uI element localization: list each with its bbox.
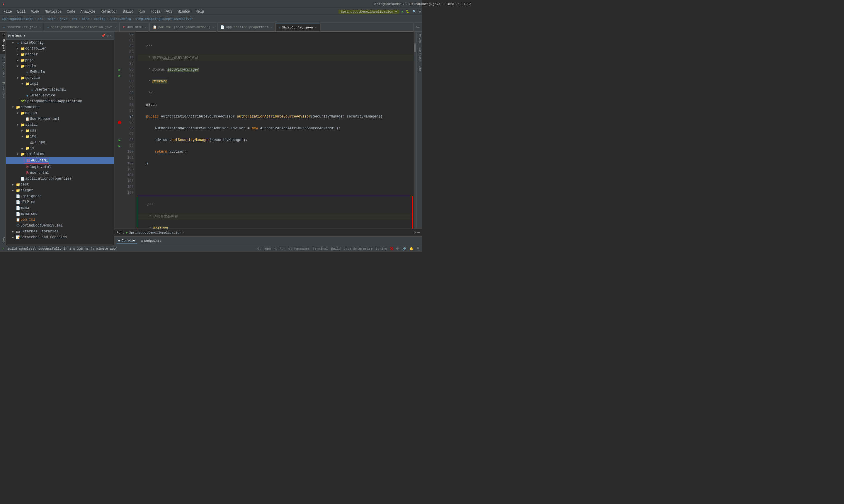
menu-run[interactable]: Run [136,9,147,14]
menu-edit[interactable]: Edit [15,9,28,14]
status-build[interactable]: Build [331,247,341,251]
tab-shiroconfig[interactable]: ☕ ShiroConfig.java ✕ [276,23,320,31]
status-todo[interactable]: 6: TODO [257,247,271,251]
tab-close-appprops[interactable]: ✕ [271,25,272,29]
menu-build[interactable]: Build [121,9,136,14]
status-messages[interactable]: 0: Messages [288,247,310,251]
tabs-overflow-button[interactable]: ≫ [413,23,422,31]
tab-close-shiroconfig[interactable]: ✕ [315,26,317,29]
breakpoint-95[interactable] [118,121,121,124]
tab-pomxml[interactable]: 📋 pom.xml (springboot-demo13) ✕ [150,23,217,31]
bottom-tab-console[interactable]: ⊞ Console [116,238,137,244]
menu-refactor[interactable]: Refactor [98,9,120,14]
run-pin-icon[interactable]: — [418,231,420,235]
side-tab-maven[interactable]: Maven [416,32,422,45]
tree-item-scratches[interactable]: ▶ 📝 Scratches and Consoles [6,234,114,240]
toolbar-run-icon[interactable]: ▶ [402,10,404,14]
tree-item-pojo[interactable]: ▶ 📁 pojo [6,57,114,63]
run-settings-icon[interactable]: ⚙ [414,230,416,235]
tree-item-userhtml[interactable]: 🖹 user.html [6,170,114,176]
side-tab-web[interactable]: Web [0,235,5,245]
breadcrumb-part-6[interactable]: biao [82,17,89,21]
menu-code[interactable]: Code [65,9,78,14]
tree-item-usermapperxml[interactable]: 📋 UserMapper.xml [6,116,114,122]
tree-item-static[interactable]: ▼ 📁 static [6,122,114,128]
tree-item-1jpg[interactable]: 🖼 1.jpg [6,140,114,145]
tree-item-extlibs[interactable]: ▶ 🗃 External Libraries [6,229,114,234]
menu-view[interactable]: View [29,9,42,14]
tree-item-controller[interactable]: ▶ 📁 controller [6,46,114,52]
mic-icon[interactable]: 🎙 [416,247,420,251]
tree-item-gitignore[interactable]: 📄 .gitignore [6,193,114,199]
tree-item-img[interactable]: ▼ 📁 img [6,133,114,140]
tree-item-res-mapper[interactable]: ▼ 📁 mapper [6,110,114,116]
status-java-enterprise[interactable]: Java Enterprise [344,247,373,251]
tree-item-pomxml-root[interactable]: 📋 pom.xml [6,217,114,223]
status-terminal[interactable]: Terminal [313,247,328,251]
sidebar-gear-icon[interactable]: ⚙ [107,34,109,37]
toolbar-settings-icon[interactable]: ⚙ [419,10,421,14]
tree-item-iuserservice[interactable]: ◈ IUserService [6,93,114,98]
side-tab-project[interactable]: 1: Project [0,32,5,54]
status-spring[interactable]: Spring [376,247,388,251]
side-tab-structure[interactable]: 2: Structure [0,54,5,80]
menu-help[interactable]: Help [193,9,206,14]
tree-item-css[interactable]: ▶ 📁 css [6,128,114,133]
menu-analyze[interactable]: Analyze [78,9,97,14]
tab-appprops[interactable]: 📄 application.properties ✕ [217,23,275,31]
tab-403html[interactable]: 🖹 403.html ✕ [120,23,150,31]
tree-item-appprops[interactable]: 📄 application.properties [6,176,114,182]
run-close-btn[interactable]: ✕ [183,231,185,234]
tree-item-test[interactable]: ▶ 📁 test [6,182,114,187]
editor-scrollbar[interactable] [414,32,416,229]
run-app-name[interactable]: SpringbootDemo13Application [129,231,181,234]
tab-close-pomxml[interactable]: ✕ [213,25,214,29]
tab-rcontroller[interactable]: ☕ rController.java ✕ [0,23,44,31]
code-text-area[interactable]: /** * 开启对shiro授权注解的支持 * @param securityM… [136,32,414,229]
toolbar-search-icon[interactable]: 🔍 [412,10,416,14]
sidebar-close-icon[interactable]: ✕ [110,34,112,37]
bottom-tab-endpoints[interactable]: ⧈ Endpoints [139,238,163,243]
tab-springbootapp[interactable]: ☕ SpringbootDemo13Application.java ✕ [44,23,120,31]
toolbar-debug-icon[interactable]: 🐛 [406,10,410,14]
menu-navigate[interactable]: Navigate [42,9,64,14]
tab-close-springbootapp[interactable]: ✕ [114,25,116,29]
tree-item-springbootdemo13iml[interactable]: ⬡ SpringBootDemo13.iml [6,223,114,229]
menu-window[interactable]: Window [175,9,193,14]
tree-item-mapper[interactable]: ▶ 📁 mapper [6,52,114,57]
tab-close-403html[interactable]: ✕ [145,25,146,29]
breadcrumb-part-3[interactable]: main [48,17,55,21]
breadcrumb-part-9[interactable]: simpleMappingExceptionResolver [136,17,193,21]
tree-item-mvnwcmd[interactable]: 📄 mvnw.cmd [6,211,114,217]
tree-item-myrealm[interactable]: ☕ MyRealm [6,69,114,75]
tree-item-resources[interactable]: ▼ 📁 resources [6,104,114,110]
side-tab-database[interactable]: Database [416,45,422,64]
tree-item-helpmd[interactable]: 📄 HELP.md [6,199,114,205]
notification-icon[interactable]: 🔔 [409,247,413,251]
tree-item-shiroconfig[interactable]: ▼ ☕ ShiroConfig [6,40,114,46]
tree-item-userserviceimpl[interactable]: ☕ UserServiceImpl [6,87,114,93]
breadcrumb-part-7[interactable]: config [94,17,106,21]
tree-item-403html[interactable]: 🖹 403.html [6,157,114,164]
sidebar-pin-icon[interactable]: 📌 [102,34,106,37]
side-tab-ant[interactable]: Ant [416,64,422,74]
tree-item-loginhtml[interactable]: 🖹 login.html [6,164,114,170]
tree-item-springbootapp[interactable]: 🌱 SpringbootDemo13Application [6,98,114,104]
side-tab-favorites[interactable]: Favorites [0,80,5,100]
tree-item-js[interactable]: ▶ 📁 js [6,145,114,151]
tree-item-service[interactable]: ▼ 📁 service [6,75,114,81]
breadcrumb-part-5[interactable]: com [72,17,78,21]
menu-vcs[interactable]: VCS [164,9,175,14]
status-run[interactable]: 4: Run [274,247,285,251]
tab-close-rcontroller[interactable]: ✕ [39,25,41,29]
scrollbar-thumb[interactable] [414,43,416,52]
breadcrumb-part-8[interactable]: ShiroConfig [110,17,131,21]
tree-item-templates[interactable]: ▼ 📁 templates [6,151,114,157]
sidebar-header-controls[interactable]: 📌 ⚙ ✕ [102,34,112,37]
breadcrumb-part-4[interactable]: java [60,17,67,21]
tree-item-realm[interactable]: ▼ 📁 realm [6,63,114,69]
menu-file[interactable]: File [1,9,14,14]
tree-item-impl[interactable]: ▼ 📁 impl [6,81,114,87]
breadcrumb-part-1[interactable]: SpringBootDemo13 [2,17,33,21]
tree-item-mvnw[interactable]: 📄 mvnw [6,205,114,211]
